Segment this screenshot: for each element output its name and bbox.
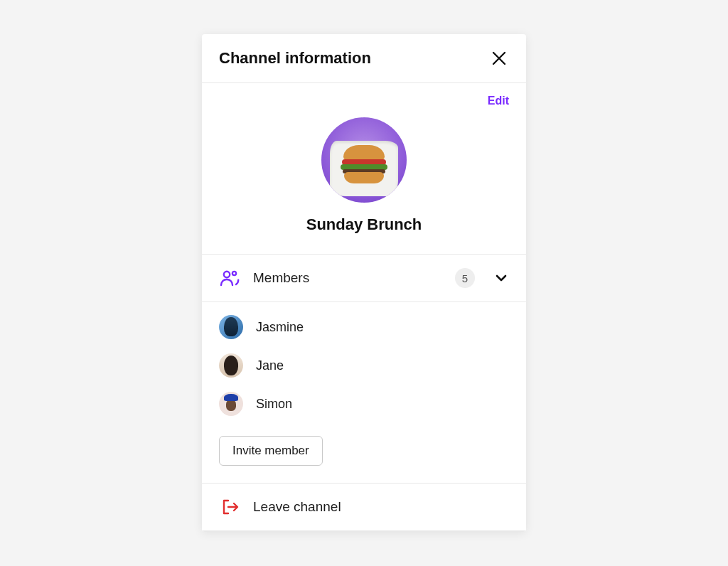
leave-icon xyxy=(219,496,240,518)
divider xyxy=(202,531,526,532)
invite-member-button[interactable]: Invite member xyxy=(219,436,323,466)
members-count-badge: 5 xyxy=(455,268,475,288)
panel-title: Channel information xyxy=(219,49,371,68)
list-item[interactable]: Simon xyxy=(202,385,526,423)
close-icon xyxy=(491,50,507,66)
channel-avatar[interactable] xyxy=(321,117,407,203)
channel-name: Sunday Brunch xyxy=(219,215,509,234)
leave-channel-row[interactable]: Leave channel xyxy=(202,484,526,531)
avatar xyxy=(219,315,243,339)
member-name: Jane xyxy=(256,358,284,373)
members-row[interactable]: Members 5 xyxy=(202,255,526,302)
chevron-down-icon xyxy=(493,270,509,286)
channel-info-panel: Channel information Edit Sunday Brunch xyxy=(202,34,526,532)
leave-channel-label: Leave channel xyxy=(253,499,509,515)
list-item[interactable]: Jane xyxy=(202,346,526,385)
member-list: Jasmine Jane Simon Invite member xyxy=(202,302,526,484)
member-name: Simon xyxy=(256,397,292,412)
members-label: Members xyxy=(253,270,442,286)
avatar xyxy=(219,353,243,378)
close-button[interactable] xyxy=(489,48,509,68)
panel-header: Channel information xyxy=(202,34,526,83)
svg-point-2 xyxy=(224,272,230,277)
edit-button[interactable]: Edit xyxy=(488,95,509,107)
members-icon xyxy=(219,267,240,289)
member-name: Jasmine xyxy=(256,320,304,335)
svg-point-3 xyxy=(232,272,236,275)
list-item[interactable]: Jasmine xyxy=(202,308,526,346)
invite-area: Invite member xyxy=(202,423,526,484)
avatar xyxy=(219,392,243,416)
burger-image xyxy=(330,141,398,196)
channel-hero: Edit Sunday Brunch xyxy=(202,83,526,255)
